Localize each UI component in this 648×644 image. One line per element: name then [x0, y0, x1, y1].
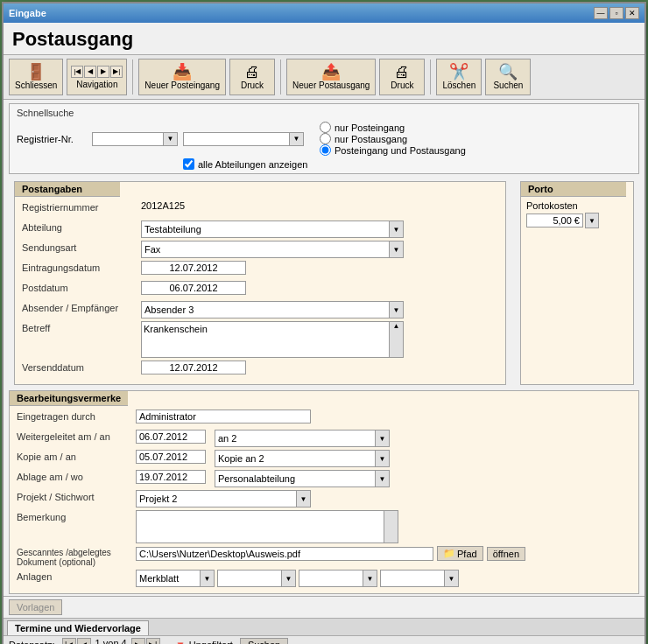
pfad-button[interactable]: 📁 Pfad [437, 546, 483, 561]
delete-btn[interactable]: ✂️ Löschen [436, 59, 482, 95]
kopie-date[interactable] [136, 450, 206, 464]
sendungsart-arrow[interactable]: ▼ [389, 242, 403, 257]
title-bar: Eingabe — ▫ ✕ [4, 4, 644, 23]
nav-prev[interactable]: ◀ [84, 66, 96, 78]
status-nav-first[interactable]: |◀ [62, 638, 76, 644]
register-input[interactable] [93, 133, 163, 145]
abteilung-input[interactable] [142, 223, 389, 235]
abteilung-select[interactable]: ▼ [141, 220, 404, 238]
absender-input[interactable] [142, 304, 389, 316]
registriernummer-row: Registriernummer 2012A125 [22, 200, 498, 218]
anlagen-input-3[interactable] [299, 572, 363, 584]
anlagen-input-1[interactable] [137, 572, 200, 584]
radio-both[interactable]: Posteingang und Postausgang [320, 144, 466, 156]
anlagen-combo-3[interactable]: ▼ [299, 570, 377, 587]
incoming-icon: 📥 [173, 64, 192, 80]
register-combo[interactable]: ▼ [92, 132, 178, 146]
search-btn[interactable]: 🔍 Suchen [485, 59, 531, 95]
ablage-arrow[interactable]: ▼ [375, 471, 389, 486]
new-outgoing-label: Neuer Postausgang [292, 80, 370, 90]
projekt-input[interactable] [137, 493, 296, 505]
status-nav-prev[interactable]: ◀ [77, 638, 91, 644]
kopie-select[interactable]: ▼ [215, 450, 390, 467]
weitergeleitet-date[interactable] [136, 430, 206, 444]
vorlagen-button[interactable]: Vorlagen [9, 599, 62, 615]
nav-next[interactable]: ▶ [97, 66, 109, 78]
bemerkung-label: Bemerkung [17, 510, 130, 522]
oeffnen-button[interactable]: öffnen [487, 547, 525, 561]
anlagen-label: Anlagen [17, 570, 130, 582]
porto-arrow[interactable]: ▼ [585, 213, 599, 228]
new-incoming-btn[interactable]: 📥 Neuer Posteingang [138, 59, 226, 95]
status-nav-last[interactable]: ▶| [146, 638, 160, 644]
sendungsart-row: Sendungsart ▼ [22, 241, 498, 258]
weitergeleitet-arrow[interactable]: ▼ [375, 430, 389, 446]
bemerkung-textarea[interactable] [136, 510, 384, 543]
alle-abteilungen-checkbox[interactable] [183, 158, 194, 170]
abteilung-row: Abteilung ▼ [22, 220, 498, 238]
eingetragen-input[interactable] [136, 410, 311, 424]
nav-last[interactable]: ▶| [110, 66, 123, 78]
register-input2[interactable] [184, 133, 289, 145]
maximize-button[interactable]: ▫ [609, 7, 623, 19]
betreff-textarea[interactable]: Krankenschein [141, 321, 390, 358]
ablage-input[interactable] [215, 472, 375, 485]
minimize-button[interactable]: — [594, 7, 608, 19]
register-combo2[interactable]: ▼ [183, 132, 304, 146]
search-row: Registrier-Nr. ▼ ▼ nur Posteingang nur P… [17, 122, 631, 156]
bemerkung-scrollbar[interactable] [384, 510, 398, 543]
anlagen-arrow-3[interactable]: ▼ [363, 570, 377, 586]
anlagen-input-2[interactable] [218, 572, 281, 584]
weitergeleitet-select[interactable]: ▼ [215, 430, 390, 447]
weitergeleitet-input[interactable] [215, 432, 375, 444]
print2-btn[interactable]: 🖨 Druck [379, 59, 425, 95]
betreff-scrollbar[interactable]: ▲ [390, 321, 404, 358]
bemerkung-area [136, 510, 398, 543]
tab-termine[interactable]: Termine und Wiedervorlage [7, 620, 149, 635]
anlagen-arrow-4[interactable]: ▼ [444, 570, 458, 586]
radio-nur-posteingang[interactable]: nur Posteingang [320, 122, 466, 133]
ablage-date[interactable] [136, 470, 206, 484]
absender-arrow[interactable]: ▼ [389, 302, 403, 318]
projekt-select[interactable]: ▼ [136, 490, 311, 508]
versenddatum-input[interactable] [141, 360, 246, 374]
radio-nur-postausgang[interactable]: nur Postausgang [320, 133, 466, 144]
close-btn[interactable]: 🚪 Schliessen [9, 59, 63, 95]
eintragungsdatum-input[interactable] [141, 261, 246, 275]
anlagen-combo-2[interactable]: ▼ [217, 570, 296, 587]
anlagen-combo-4[interactable]: ▼ [380, 570, 459, 587]
sendungsart-select[interactable]: ▼ [141, 241, 404, 258]
register-combo-arrow[interactable]: ▼ [163, 133, 177, 145]
absender-select[interactable]: ▼ [141, 301, 404, 318]
radio-label-1: nur Posteingang [335, 122, 405, 133]
anlagen-arrow-2[interactable]: ▼ [281, 570, 295, 586]
kopie-input[interactable] [215, 452, 375, 465]
new-outgoing-btn[interactable]: 📤 Neuer Postausgang [286, 59, 376, 95]
close-button[interactable]: ✕ [625, 7, 639, 19]
print1-btn[interactable]: 🖨 Druck [229, 59, 275, 95]
anlagen-input-4[interactable] [381, 572, 444, 584]
suchen-button[interactable]: Suchen [240, 638, 288, 644]
postangaben-content: Registriernummer 2012A125 Abteilung ▼ Se… [15, 197, 505, 384]
postdatum-input[interactable] [141, 281, 246, 295]
betreff-label: Betreff [22, 321, 136, 333]
kopie-arrow[interactable]: ▼ [375, 451, 389, 466]
ablage-label: Ablage am / wo [17, 470, 130, 482]
status-nav-next[interactable]: ▶ [131, 638, 145, 644]
abteilung-arrow[interactable]: ▼ [389, 221, 403, 237]
print2-icon: 🖨 [394, 64, 410, 80]
anlagen-arrow-1[interactable]: ▼ [200, 570, 214, 586]
checkbox-row: alle Abteilungen anzeigen [17, 158, 631, 170]
nav-first[interactable]: |◀ [71, 66, 83, 78]
sendungsart-input[interactable] [142, 243, 389, 256]
file-path-input[interactable] [136, 547, 433, 561]
oeffnen-label: öffnen [493, 549, 519, 559]
absender-label: Absender / Empfänger [22, 301, 136, 313]
ablage-select[interactable]: ▼ [215, 470, 390, 487]
anlagen-combo-1[interactable]: ▼ [136, 570, 215, 587]
projekt-arrow[interactable]: ▼ [296, 491, 310, 507]
porto-cost-input[interactable] [526, 214, 583, 228]
register-combo2-arrow[interactable]: ▼ [289, 133, 303, 145]
alle-abteilungen-label: alle Abteilungen anzeigen [198, 159, 307, 170]
navigation-btn[interactable]: |◀ ◀ ▶ ▶| Navigation [67, 59, 127, 95]
